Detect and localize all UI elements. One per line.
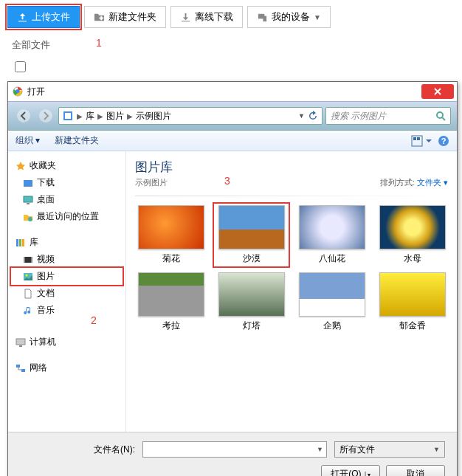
refresh-icon[interactable]	[307, 110, 319, 122]
document-icon	[23, 289, 33, 299]
sidebar-item-network[interactable]: 网络	[11, 359, 123, 376]
forward-button[interactable]	[36, 106, 55, 125]
search-placeholder: 搜索 示例图片	[331, 110, 386, 123]
newfolder-action[interactable]: 新建文件夹	[55, 134, 99, 147]
sidebar-item-recent[interactable]: 最近访问的位置	[11, 208, 123, 225]
chevron-down-icon: ▼	[433, 446, 440, 453]
dialog-titlebar: 打开	[8, 82, 457, 101]
dialog-footer: 文件名(N): ▼ 所有文件 ▼ 打开(O) │▾ 取消	[8, 432, 457, 476]
svg-point-8	[437, 112, 443, 118]
thumb-kaola[interactable]: 考拉	[135, 272, 207, 332]
svg-line-9	[442, 117, 445, 120]
thumb-label: 八仙花	[296, 252, 368, 265]
thumb-image	[379, 205, 446, 249]
path-bar[interactable]: ▶ 库 ▶ 图片 ▶ 示例图片 ▼	[58, 107, 323, 125]
content-subtitle: 示例图片	[135, 177, 173, 188]
chevron-down-icon[interactable]: ▼	[298, 112, 305, 120]
chevron-down-icon: ▼	[314, 13, 321, 21]
back-button[interactable]	[14, 106, 33, 125]
svg-rect-19	[16, 239, 18, 246]
path-seg[interactable]: 库	[86, 110, 94, 123]
thumb-image	[299, 272, 365, 317]
sidebar-label: 桌面	[37, 193, 55, 206]
annotation-3: 3	[224, 175, 230, 187]
split-arrow-icon: │▾	[364, 472, 370, 477]
sidebar-item-documents[interactable]: 文档	[11, 285, 123, 302]
picture-icon	[23, 272, 33, 282]
offline-button[interactable]: 离线下载	[170, 6, 243, 28]
thumb-juhua[interactable]: 菊花	[135, 205, 207, 265]
close-icon	[433, 87, 442, 96]
svg-rect-23	[24, 257, 25, 263]
sidebar-group-libraries[interactable]: 库	[11, 234, 123, 251]
thumb-image	[218, 272, 285, 317]
sidebar-item-desktop[interactable]: 桌面	[11, 191, 123, 208]
sidebar-item-videos[interactable]: 视频	[11, 251, 123, 268]
sidebar-label: 最近访问的位置	[37, 210, 99, 223]
back-icon	[16, 108, 31, 123]
organize-menu[interactable]: 组织 ▾	[15, 134, 40, 147]
sort-dropdown[interactable]: 文件夹 ▾	[417, 178, 448, 187]
svg-point-5	[39, 109, 52, 123]
path-seg[interactable]: 图片	[106, 110, 124, 123]
sidebar-label: 文档	[37, 287, 55, 300]
svg-rect-27	[16, 339, 25, 345]
checkbox-row	[0, 59, 462, 75]
upload-icon	[17, 12, 28, 23]
thumb-baxianhua[interactable]: 八仙花	[296, 205, 368, 265]
annotation-2: 2	[91, 314, 97, 326]
main-toolbar: 上传文件 新建文件夹 离线下载 我的设备 ▼	[0, 0, 462, 34]
filename-input[interactable]: ▼	[142, 441, 327, 458]
svg-rect-29	[16, 365, 20, 368]
filetype-filter[interactable]: 所有文件 ▼	[334, 441, 445, 458]
nav-area: ▶ 库 ▶ 图片 ▶ 示例图片 ▼ 搜索 示例图片	[8, 101, 457, 131]
select-all-checkbox[interactable]	[15, 61, 26, 72]
path-seg[interactable]: 示例图片	[136, 110, 171, 123]
newfolder-label: 新建文件夹	[108, 10, 156, 24]
help-icon[interactable]: ?	[438, 135, 449, 147]
sidebar-item-downloads[interactable]: 下载	[11, 174, 123, 191]
separator-icon: ▶	[124, 112, 136, 120]
cancel-button[interactable]: 取消	[386, 465, 445, 476]
filename-row: 文件名(N): ▼ 所有文件 ▼	[20, 441, 445, 458]
thumb-image	[138, 272, 204, 317]
thumb-image	[299, 205, 365, 249]
search-box[interactable]: 搜索 示例图片	[325, 107, 451, 125]
recent-icon	[23, 212, 33, 222]
download-icon	[180, 12, 191, 23]
svg-rect-16	[24, 196, 32, 202]
close-button[interactable]	[421, 84, 454, 99]
svg-rect-20	[19, 239, 21, 246]
separator-icon: ▶	[74, 112, 86, 120]
thumb-qie[interactable]: 企鹅	[296, 272, 368, 332]
sidebar-label: 收藏夹	[30, 159, 56, 172]
separator-icon: ▶	[94, 112, 106, 120]
sidebar-group-favorites[interactable]: 收藏夹	[11, 157, 123, 174]
devices-icon	[257, 12, 268, 23]
view-options-icon[interactable]	[411, 135, 432, 147]
sort-label: 排列方式:	[380, 178, 415, 187]
newfolder-icon	[94, 12, 105, 23]
devices-button[interactable]: 我的设备 ▼	[247, 6, 331, 28]
devices-label: 我的设备	[272, 10, 310, 24]
svg-rect-1	[263, 15, 266, 21]
sidebar-item-pictures[interactable]: 图片	[11, 268, 123, 285]
sidebar-label: 计算机	[30, 336, 56, 348]
thumb-shamo[interactable]: 沙漠	[214, 204, 289, 266]
thumb-image	[138, 205, 204, 249]
breadcrumb[interactable]: 全部文件	[12, 39, 50, 50]
thumb-shuimu[interactable]: 水母	[376, 205, 448, 265]
upload-button[interactable]: 上传文件	[7, 6, 80, 28]
sidebar-item-music[interactable]: 音乐	[11, 302, 123, 319]
thumb-yujinxiang[interactable]: 郁金香	[376, 272, 448, 332]
sidebar-label: 下载	[37, 176, 55, 189]
content-header: 图片库 示例图片 3 排列方式: 文件夹 ▾	[135, 159, 448, 188]
open-button[interactable]: 打开(O) │▾	[321, 465, 380, 476]
thumb-dengta[interactable]: 灯塔	[216, 272, 287, 332]
computer-icon	[15, 337, 26, 348]
newfolder-button[interactable]: 新建文件夹	[84, 6, 166, 28]
sidebar-item-computer[interactable]: 计算机	[11, 334, 123, 351]
library-icon	[15, 238, 26, 248]
svg-rect-7	[65, 113, 71, 119]
chevron-down-icon[interactable]: ▼	[317, 446, 323, 453]
